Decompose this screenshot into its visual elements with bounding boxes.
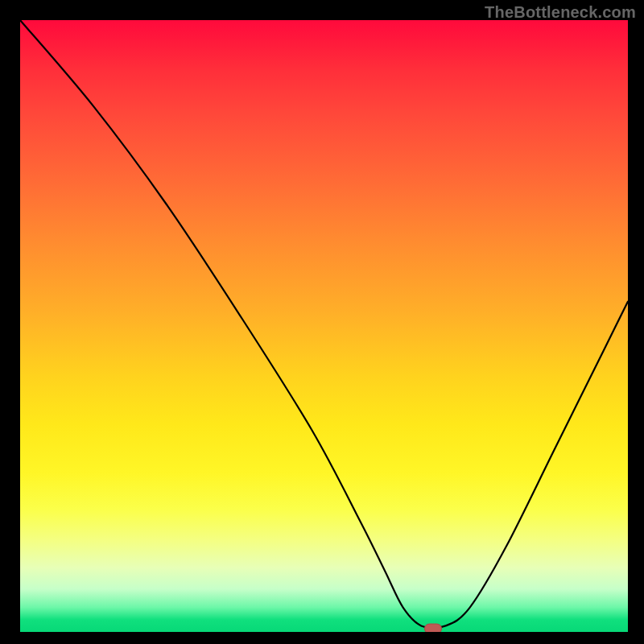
plot-area — [20, 20, 628, 632]
optimal-point-marker — [424, 624, 442, 632]
watermark-label: TheBottleneck.com — [485, 3, 636, 22]
chart-frame: TheBottleneck.com — [0, 0, 644, 644]
bottleneck-curve — [20, 20, 628, 632]
